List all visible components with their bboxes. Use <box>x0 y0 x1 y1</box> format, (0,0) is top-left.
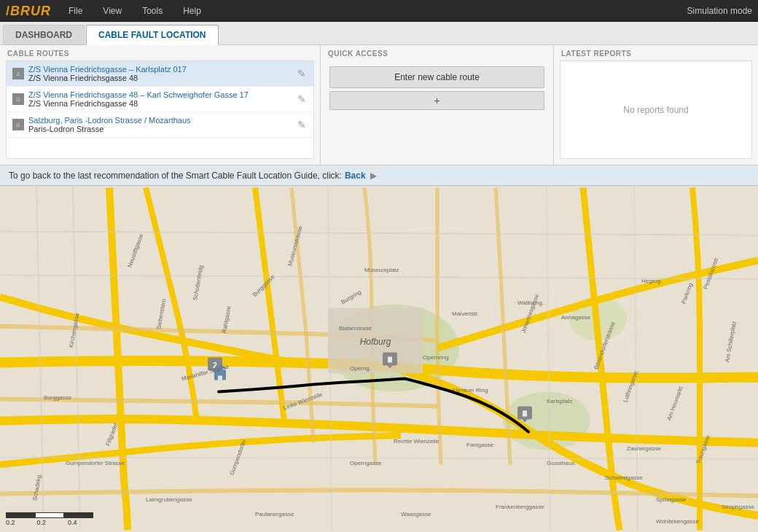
svg-text:Strophgasse: Strophgasse <box>722 504 754 510</box>
tab-bar: DASHBOARD CABLE FAULT LOCATION <box>0 22 758 45</box>
svg-text:Operngasse: Operngasse <box>350 460 382 466</box>
menu-view[interactable]: View <box>100 6 125 16</box>
svg-text:Kärntner Ring: Kärntner Ring <box>452 387 488 394</box>
tab-cable-fault-location[interactable]: CABLE FAULT LOCATION <box>86 25 219 45</box>
route-icon-0: ⌂ <box>12 68 24 79</box>
svg-text:⌂: ⌂ <box>16 70 20 77</box>
menu-file[interactable]: File <box>66 6 85 16</box>
svg-text:Spitalgasse: Spitalgasse <box>656 496 687 503</box>
route-icon-2: ⌂ <box>12 119 24 130</box>
no-reports-text: No reports found <box>560 60 752 159</box>
svg-text:Zaunergasse: Zaunergasse <box>627 445 661 452</box>
route-text-0: Z/S Vienna Friedrichsgasse – Karlsplatz … <box>28 65 296 82</box>
guide-bar-text: To go back to the last recommendation of… <box>9 171 342 181</box>
tab-dashboard[interactable]: DASHBOARD <box>3 25 85 44</box>
svg-text:Burggasse: Burggasse <box>44 394 72 401</box>
svg-text:Waasgasse: Waasgasse <box>401 511 431 517</box>
top-panels: CABLE ROUTES ⌂ Z/S Vienna Friedrichsgass… <box>0 45 758 165</box>
quick-access-panel: QUICK ACCESS Enter new cable route + <box>321 45 554 165</box>
latest-reports-title: LATEST REPORTS <box>554 45 758 60</box>
route-item-1[interactable]: ⌂ Z/S Vienna Friedrichsgasse 48 – Karl S… <box>7 87 313 112</box>
svg-rect-23 <box>523 411 527 417</box>
svg-text:Gussthaus.: Gussthaus. <box>547 460 576 466</box>
latest-reports-panel: LATEST REPORTS No reports found <box>554 45 758 165</box>
svg-text:Paulanergasse: Paulanergasse <box>255 511 294 517</box>
cable-routes-list[interactable]: ⌂ Z/S Vienna Friedrichsgasse – Karlsplat… <box>6 60 314 159</box>
cable-routes-panel: CABLE ROUTES ⌂ Z/S Vienna Friedrichsgass… <box>0 45 321 165</box>
svg-text:Laimgrubengasse: Laimgrubengasse <box>146 496 192 503</box>
guide-bar-arrow-icon: ▶ <box>370 171 377 181</box>
route-item-0[interactable]: ⌂ Z/S Vienna Friedrichsgasse – Karlsplat… <box>7 61 313 87</box>
svg-text:Museumplatz: Museumplatz <box>364 267 399 273</box>
svg-text:⌂: ⌂ <box>16 95 20 103</box>
menu-tools[interactable]: Tools <box>139 6 165 16</box>
simulation-mode[interactable]: Simulation mode <box>687 6 752 16</box>
map-svg: Hofburg 2 <box>0 186 758 532</box>
route-icon-1: ⌂ <box>12 93 24 105</box>
svg-text:Frankenberggasse: Frankenberggasse <box>496 504 544 510</box>
svg-text:Gumpendorfer Strasse: Gumpendorfer Strasse <box>66 460 125 466</box>
guide-back-link[interactable]: Back <box>345 171 366 181</box>
svg-text:Annagasse: Annagasse <box>561 314 591 321</box>
svg-text:Wallischg.: Wallischg. <box>517 300 544 306</box>
svg-text:Karlsplatz: Karlsplatz <box>547 398 572 404</box>
svg-text:Schwindgasse: Schwindgasse <box>605 474 643 481</box>
route-edit-0[interactable]: ✎ <box>296 68 308 79</box>
svg-text:Blaberstrase: Blaberstrase <box>339 325 372 332</box>
svg-text:Operng.: Operng. <box>350 365 371 372</box>
route-edit-1[interactable]: ✎ <box>296 93 308 105</box>
scale-labels: 0.2 0.2 0.4 <box>6 519 77 526</box>
route-text-1: Z/S Vienna Friedrichsgasse 48 – Karl Sch… <box>28 90 296 108</box>
route-edit-2[interactable]: ✎ <box>296 119 308 130</box>
svg-text:Rechte Wienzeile: Rechte Wienzeile <box>394 438 439 445</box>
svg-text:Malvertstr.: Malvertstr. <box>452 310 479 317</box>
scale-bar: 0.2 0.2 0.4 <box>6 512 93 526</box>
main-content: CABLE ROUTES ⌂ Z/S Vienna Friedrichsgass… <box>0 45 758 532</box>
svg-text:Hofburg: Hofburg <box>360 337 391 347</box>
top-bar: /BRUR File View Tools Help Simulation mo… <box>0 0 758 22</box>
svg-text:Hegerg.: Hegerg. <box>641 278 662 284</box>
svg-text:Wohllebengasse: Wohllebengasse <box>656 518 700 525</box>
app-logo: /BRUR <box>6 4 51 19</box>
map-container[interactable]: Hofburg 2 <box>0 186 758 532</box>
route-text-2: Salzburg, Paris -Lodron Strasse / Mozart… <box>28 116 296 133</box>
quick-access-plus-button[interactable]: + <box>329 91 544 110</box>
enter-cable-route-button[interactable]: Enter new cable route <box>329 66 544 88</box>
svg-rect-17 <box>218 376 222 380</box>
svg-text:Opernring: Opernring <box>423 354 449 361</box>
svg-text:⌂: ⌂ <box>16 121 20 128</box>
menu-help[interactable]: Help <box>180 6 204 16</box>
svg-rect-20 <box>388 357 392 363</box>
quick-access-title: QUICK ACCESS <box>321 45 553 60</box>
guide-bar: To go back to the last recommendation of… <box>0 165 758 186</box>
route-item-2[interactable]: ⌂ Salzburg, Paris -Lodron Strasse / Moza… <box>7 112 313 138</box>
svg-text:Fanigasse: Fanigasse <box>466 442 493 448</box>
cable-routes-title: CABLE ROUTES <box>0 45 320 60</box>
